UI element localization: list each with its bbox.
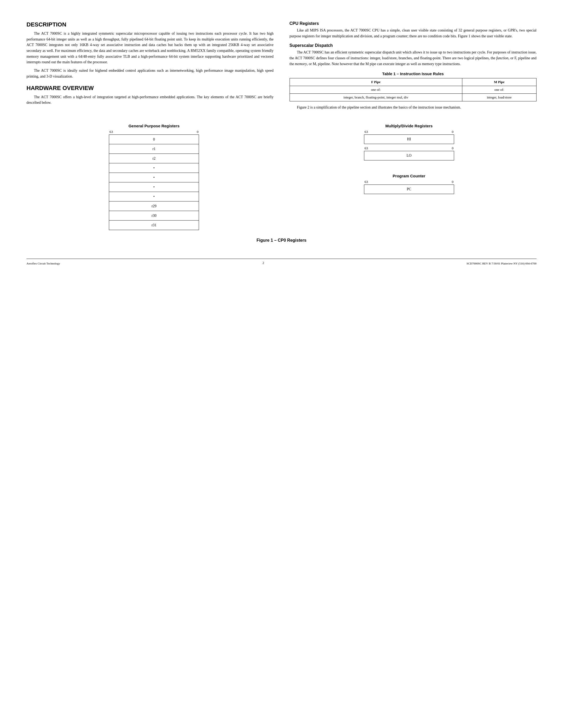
gpr-diagram: General Purpose Registers 63 0 0 r1 r2 • — [109, 124, 199, 230]
cpu-registers-p1: Like all MIPS ISA processors, the ACT 70… — [290, 28, 537, 39]
right-diagrams: Multiply/Divide Registers 63 0 HI 63 0 L… — [364, 124, 454, 194]
lo-bit-low: 0 — [452, 146, 454, 150]
footer-left: Aeroflex Circuit Technology — [26, 262, 60, 265]
table-row: r30 — [109, 211, 199, 221]
superscalar-dispatch-p2: Figure 2 is a simplification of the pipe… — [290, 105, 537, 110]
table-title: Table 1 – Instruction Issue Rules — [290, 71, 537, 76]
superscalar-dispatch-p1: The ACT 7000SC has an efficient symmetri… — [290, 50, 537, 67]
right-column: CPU Registers Like all MIPS ISA processo… — [290, 21, 537, 113]
description-p1: The ACT 7000SC is a highly integrated sy… — [26, 31, 274, 65]
table-row: r31 — [109, 221, 199, 230]
pc-bit-low: 0 — [452, 180, 454, 184]
table-row: • — [109, 192, 199, 201]
table-row: integer, branch, floating-point, integer… — [290, 94, 537, 101]
gpr-r30: r30 — [109, 211, 199, 221]
gpr-table: 0 r1 r2 • • • • — [109, 134, 199, 230]
multiply-divide-diagram: Multiply/Divide Registers 63 0 HI 63 0 L… — [364, 124, 454, 160]
program-counter-label: Program Counter — [393, 174, 425, 178]
left-column: DESCRIPTION The ACT 7000SC is a highly i… — [26, 21, 274, 113]
program-counter-diagram: Program Counter 63 0 PC — [364, 174, 454, 194]
gpr-r0: 0 — [109, 135, 199, 144]
table-cell-mpipe-oneof: one of: — [462, 86, 536, 94]
md-bit-high: 63 — [365, 130, 368, 134]
footer-center: 2 — [262, 261, 264, 265]
hardware-overview-title: HARDWARE OVERVIEW — [26, 85, 274, 92]
lo-bit-labels: 63 0 — [364, 146, 454, 150]
gpr-r2: r2 — [109, 154, 199, 163]
gpr-label: General Purpose Registers — [128, 124, 180, 128]
hardware-overview-p1: The ACT 7000SC offers a high-level of in… — [26, 94, 274, 106]
footer: Aeroflex Circuit Technology 2 SCD7000SC … — [26, 259, 537, 265]
footer-right: SCD7000SC REV B 7/30/01 Plainview NY (51… — [467, 262, 537, 265]
lo-bit-high: 63 — [365, 146, 368, 150]
page-container: DESCRIPTION The ACT 7000SC is a highly i… — [26, 21, 537, 265]
md-bit-low: 0 — [452, 130, 454, 134]
pc-bit-high: 63 — [365, 180, 368, 184]
table-row: • — [109, 182, 199, 192]
lo-register-box: LO — [364, 151, 454, 160]
cpu-registers-title: CPU Registers — [290, 21, 537, 26]
description-title: DESCRIPTION — [26, 21, 274, 28]
table-cell-fpipe-oneof: one of: — [290, 86, 462, 94]
gpr-bit-low: 0 — [197, 130, 199, 134]
table-row: • — [109, 163, 199, 173]
gpr-r31: r31 — [109, 221, 199, 230]
superscalar-dispatch-title: Superscalar Dispatch — [290, 43, 537, 48]
gpr-r1: r1 — [109, 144, 199, 154]
description-p2: The ACT 7000SC is ideally suited for hig… — [26, 68, 274, 79]
hi-register-box: HI — [364, 134, 454, 144]
instruction-issue-table: F Pipe M Pipe one of: one of: integer, b… — [290, 78, 537, 101]
table-row: r2 — [109, 154, 199, 163]
table-row: one of: one of: — [290, 86, 537, 94]
two-column-layout: DESCRIPTION The ACT 7000SC is a highly i… — [26, 21, 537, 113]
table-row: r1 — [109, 144, 199, 154]
table-cell-fpipe-instructions: integer, branch, floating-point, integer… — [290, 94, 462, 101]
table-row: 0 — [109, 135, 199, 144]
gpr-r29: r29 — [109, 201, 199, 211]
table-row: • — [109, 173, 199, 182]
multiply-divide-label: Multiply/Divide Registers — [386, 124, 433, 128]
table-row: r29 — [109, 201, 199, 211]
gpr-bit-labels: 63 0 — [109, 130, 199, 134]
gpr-dot4: • — [109, 192, 199, 201]
gpr-dot2: • — [109, 173, 199, 182]
gpr-bit-high: 63 — [109, 130, 113, 134]
table-cell-mpipe-instructions: integer, load/store — [462, 94, 536, 101]
md-bit-labels: 63 0 — [364, 130, 454, 134]
pc-bit-labels: 63 0 — [364, 180, 454, 184]
table-header-fpipe: F Pipe — [290, 78, 462, 86]
figure-caption: Figure 1 – CP0 Registers — [26, 238, 537, 243]
diagram-section: General Purpose Registers 63 0 0 r1 r2 • — [26, 124, 537, 230]
gpr-dot3: • — [109, 182, 199, 192]
table-header-mpipe: M Pipe — [462, 78, 536, 86]
gpr-dot1: • — [109, 163, 199, 173]
pc-register-box: PC — [364, 185, 454, 194]
